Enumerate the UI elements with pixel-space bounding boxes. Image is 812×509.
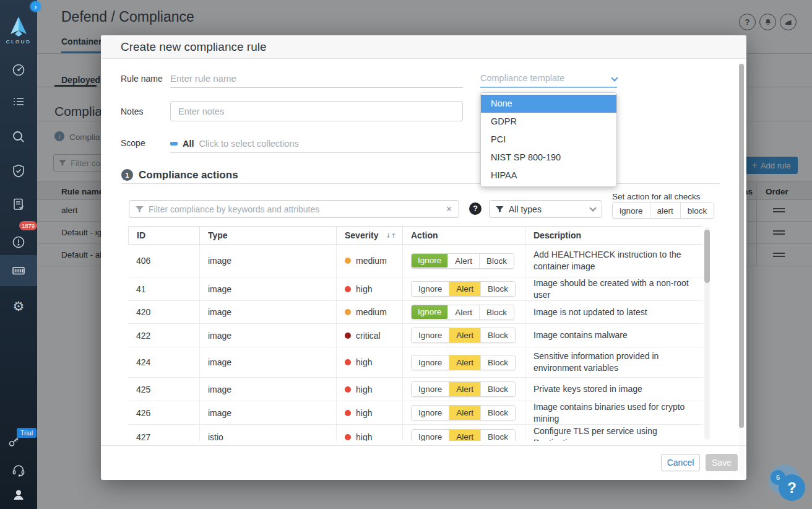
rule-name-label: Rule name — [121, 74, 163, 84]
compliance-filter-input[interactable]: Filter compliance by keywords and attrib… — [129, 200, 459, 218]
set-all-block-button[interactable]: block — [680, 203, 714, 218]
action-toggle-group: IgnoreAlertBlock — [411, 405, 516, 420]
modal-header: Create new compliance rule — [101, 35, 746, 59]
radar-icon[interactable] — [11, 63, 26, 77]
ignore-button[interactable]: Ignore — [412, 328, 449, 342]
alert-button[interactable]: Alert — [449, 328, 480, 342]
alert-button[interactable]: Alert — [449, 430, 480, 441]
cell-description: Image should be created with a non-root … — [525, 277, 702, 300]
settings-gear-icon[interactable]: ⚙ — [11, 299, 26, 314]
set-all-ignore-button[interactable]: ignore — [613, 203, 650, 218]
cell-severity: high — [336, 425, 402, 441]
template-placeholder: Compliance template — [480, 73, 564, 83]
user-icon[interactable] — [11, 487, 26, 502]
compliance-filter-placeholder: Filter compliance by keywords and attrib… — [149, 204, 319, 214]
template-option-gdpr[interactable]: GDPR — [481, 113, 616, 131]
cell-id: 425 — [128, 378, 199, 401]
set-all-alert-button[interactable]: alert — [650, 203, 680, 218]
chevron-down-icon — [611, 74, 618, 81]
type-filter-select[interactable]: All types — [489, 200, 602, 218]
ignore-button[interactable]: Ignore — [412, 382, 449, 396]
ignore-button[interactable]: Ignore — [412, 430, 449, 441]
policies-icon[interactable] — [11, 94, 26, 109]
template-dropdown-menu: NoneGDPRPCINIST SP 800-190HIPAA — [480, 92, 617, 187]
sort-icon[interactable]: ↓↑ — [386, 232, 396, 239]
compliance-row-426: 426imagehighIgnoreAlertBlockImage contai… — [128, 401, 702, 425]
cancel-button[interactable]: Cancel — [661, 454, 700, 471]
cell-description: Image contains malware — [525, 324, 702, 347]
severity-dot — [345, 309, 351, 315]
save-button[interactable]: Save — [706, 454, 738, 471]
block-button[interactable]: Block — [480, 355, 515, 370]
table-scrollbar-thumb[interactable] — [704, 230, 710, 283]
compliance-table-body: 406imagemediumIgnoreAlertBlockAdd HEALTH… — [128, 245, 702, 441]
ignore-button[interactable]: Ignore — [412, 406, 449, 420]
cell-description: Image is not updated to latest — [525, 301, 702, 323]
scope-label: Scope — [121, 138, 145, 148]
ignore-button[interactable]: Ignore — [411, 305, 448, 319]
set-action-label: Set action for all checks — [612, 192, 701, 201]
ignore-button[interactable]: Ignore — [411, 253, 448, 268]
block-button[interactable]: Block — [480, 328, 515, 342]
cell-type: image — [199, 401, 336, 424]
alerts-icon[interactable] — [11, 235, 26, 250]
template-option-none[interactable]: None — [481, 95, 616, 113]
section-title: Compliance actions — [139, 169, 238, 181]
alert-button[interactable]: Alert — [449, 355, 480, 370]
block-button[interactable]: Block — [479, 254, 514, 268]
compliance-table: IDTypeSeverity↓↑ActionDescription 406ima… — [128, 226, 702, 441]
block-button[interactable]: Block — [480, 406, 515, 420]
compliance-template-select[interactable]: Compliance template — [480, 69, 617, 88]
block-button[interactable]: Block — [480, 282, 515, 296]
cell-action: IgnoreAlertBlock — [402, 301, 525, 323]
template-option-nist-sp-800-190[interactable]: NIST SP 800-190 — [481, 149, 616, 167]
cell-severity: critical — [336, 324, 402, 347]
compliance-row-424: 424imagehighIgnoreAlertBlockSensitive in… — [128, 347, 702, 378]
action-toggle-group: IgnoreAlertBlock — [411, 355, 516, 370]
ignore-button[interactable]: Ignore — [412, 355, 449, 370]
block-button[interactable]: Block — [480, 430, 515, 441]
template-option-hipaa[interactable]: HIPAA — [481, 167, 616, 185]
compliance-row-406: 406imagemediumIgnoreAlertBlockAdd HEALTH… — [128, 245, 702, 277]
modal-scrollbar — [739, 63, 744, 475]
cell-action: IgnoreAlertBlock — [402, 324, 525, 347]
alert-button[interactable]: Alert — [447, 254, 479, 268]
alert-button[interactable]: Alert — [449, 406, 480, 420]
alert-button[interactable]: Alert — [449, 282, 480, 296]
support-headset-icon[interactable] — [11, 463, 26, 478]
cell-action: IgnoreAlertBlock — [402, 277, 525, 300]
cell-type: image — [199, 277, 336, 300]
chevron-down-icon — [589, 204, 596, 211]
cell-action: IgnoreAlertBlock — [402, 401, 525, 424]
containers-icon[interactable] — [11, 263, 26, 278]
alert-button[interactable]: Alert — [447, 305, 479, 320]
cell-description: Sensitive information provided in enviro… — [525, 347, 702, 377]
severity-dot — [345, 359, 351, 365]
notes-input[interactable]: Enter notes — [170, 101, 463, 121]
column-header-id: ID — [128, 227, 199, 244]
cell-action: IgnoreAlertBlock — [402, 425, 525, 441]
template-option-pci[interactable]: PCI — [481, 131, 616, 149]
sidebar-expand-button[interactable]: › — [30, 1, 41, 12]
alert-button[interactable]: Alert — [449, 382, 480, 396]
ignore-button[interactable]: Ignore — [412, 282, 449, 296]
help-fab: ? 6 — [766, 463, 812, 509]
block-button[interactable]: Block — [479, 305, 514, 320]
action-toggle-group: IgnoreAlertBlock — [411, 305, 514, 320]
rule-name-input[interactable]: Enter rule name — [170, 69, 463, 88]
search-icon[interactable] — [11, 129, 26, 144]
block-button[interactable]: Block — [480, 382, 515, 396]
sidebar: CLOUD › 1879 — [0, 0, 37, 509]
filter-help-icon[interactable]: ? — [469, 202, 482, 215]
defend-shield-icon[interactable] — [11, 163, 26, 178]
question-glyph: ? — [787, 479, 797, 497]
cell-action: IgnoreAlertBlock — [402, 347, 525, 377]
compliance-report-icon[interactable] — [11, 197, 26, 212]
scope-placeholder: Click to select collections — [199, 139, 299, 149]
cell-description: Configure TLS per service using Destinat… — [525, 425, 702, 441]
cell-severity: high — [336, 277, 402, 300]
compliance-row-422: 422imagecriticalIgnoreAlertBlockImage co… — [128, 324, 702, 347]
clear-filter-icon[interactable]: ✕ — [446, 204, 452, 214]
logo-text: CLOUD — [0, 39, 37, 45]
modal-scrollbar-thumb[interactable] — [739, 64, 744, 428]
